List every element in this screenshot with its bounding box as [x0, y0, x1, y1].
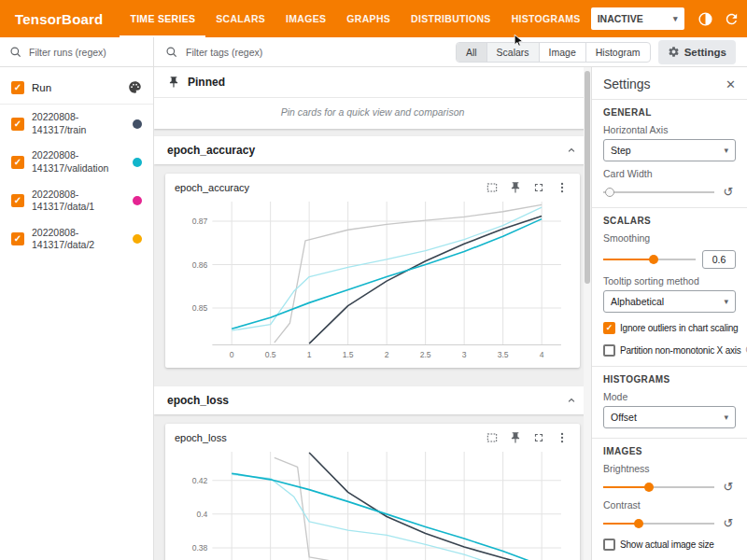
contrast-label: Contrast: [603, 499, 736, 511]
svg-text:0.4: 0.4: [196, 510, 207, 519]
svg-text:3.5: 3.5: [498, 350, 509, 359]
tab-distributions[interactable]: DISTRIBUTIONS: [401, 0, 501, 37]
smoothing-slider[interactable]: [603, 254, 696, 265]
tab-histograms[interactable]: HISTOGRAMS: [501, 0, 591, 37]
section-header[interactable]: epoch_accuracy: [154, 136, 591, 164]
settings-button[interactable]: Settings: [658, 40, 736, 64]
gear-icon: [668, 46, 680, 58]
reload-status-select[interactable]: INACTIVE ▾: [591, 7, 684, 30]
fit-to-data-icon[interactable]: [486, 431, 499, 444]
status-label: INACTIVE: [598, 13, 643, 24]
contrast-slider[interactable]: [603, 518, 714, 529]
horizontal-axis-label: Horizontal Axis: [603, 124, 736, 135]
filter-scalars-button[interactable]: Scalars: [486, 43, 539, 62]
section-header[interactable]: epoch_loss: [154, 386, 591, 414]
filter-histogram-button[interactable]: Histogram: [585, 43, 650, 62]
reset-icon[interactable]: ↺: [721, 186, 736, 198]
card-header: epoch_accuracy: [175, 181, 571, 194]
run-item-data-1[interactable]: 20220808-141317/data/1: [0, 182, 153, 220]
pinned-empty-text: Pin cards for a quick view and compariso…: [154, 98, 591, 129]
partition-x-axis-checkbox[interactable]: [603, 344, 615, 357]
fullscreen-icon[interactable]: [532, 181, 545, 194]
reset-icon[interactable]: ↺: [721, 481, 736, 493]
tag-type-filter-group: All Scalars Image Histogram: [456, 42, 651, 63]
more-options-icon[interactable]: [556, 431, 569, 444]
card-title: epoch_accuracy: [175, 182, 249, 193]
slider-knob[interactable]: [649, 255, 658, 264]
scalar-card-epoch-accuracy: epoch_accuracy: [165, 174, 580, 368]
epoch-loss-chart[interactable]: 00.511.522.533.540.360.380.40.42: [175, 446, 571, 560]
caret-down-icon: ▾: [673, 15, 678, 23]
close-icon[interactable]: ✕: [726, 77, 736, 91]
pin-icon[interactable]: [509, 181, 522, 194]
svg-text:0.87: 0.87: [192, 217, 208, 226]
section-body: epoch_accuracy: [154, 164, 591, 379]
run-item-validation[interactable]: 20220808-141317/validation: [0, 143, 153, 181]
epoch-accuracy-chart[interactable]: 00.511.522.533.540.850.860.87: [175, 196, 571, 364]
histogram-mode-value: Offset: [611, 412, 637, 423]
run-checkbox[interactable]: [11, 194, 24, 207]
more-options-icon[interactable]: [556, 181, 569, 194]
chevron-up-icon[interactable]: [565, 394, 578, 407]
card-actions: [486, 181, 571, 194]
run-checkbox[interactable]: [11, 232, 24, 245]
pin-icon[interactable]: [509, 431, 522, 444]
run-label: 20220808-141317/train: [32, 111, 125, 136]
fullscreen-icon[interactable]: [532, 431, 545, 444]
run-item-data-2[interactable]: 20220808-141317/data/2: [0, 220, 153, 259]
theme-toggle-button[interactable]: [694, 7, 718, 31]
chevron-up-icon[interactable]: [565, 144, 578, 157]
refresh-button[interactable]: [720, 7, 744, 31]
palette-icon[interactable]: [128, 80, 142, 94]
card-width-row: ↺: [603, 186, 736, 198]
fit-to-data-icon[interactable]: [486, 181, 499, 194]
svg-text:1: 1: [307, 350, 312, 359]
runs-sidebar: Run 20220808-141317/train 20220808-14131…: [0, 67, 154, 560]
svg-text:0.38: 0.38: [192, 543, 208, 553]
show-actual-size-row[interactable]: Show actual image size: [603, 539, 736, 551]
content-area: Run 20220808-141317/train 20220808-14131…: [0, 67, 747, 560]
show-actual-size-checkbox[interactable]: [603, 539, 615, 551]
slider-knob[interactable]: [605, 188, 614, 197]
main-nav: TIME SERIES SCALARS IMAGES GRAPHS DISTRI…: [120, 0, 590, 37]
section-title: epoch_accuracy: [167, 144, 255, 157]
select-all-runs-checkbox[interactable]: [11, 81, 24, 94]
horizontal-axis-select[interactable]: Step ▾: [603, 139, 736, 161]
svg-text:0.86: 0.86: [192, 260, 208, 270]
smoothing-value-input[interactable]: 0.6: [702, 250, 736, 269]
svg-text:2.5: 2.5: [420, 350, 431, 359]
pinned-header: Pinned: [154, 67, 591, 98]
partition-x-axis-row[interactable]: Partition non-monotonic X axis ⓘ: [603, 343, 736, 357]
tab-graphs[interactable]: GRAPHS: [336, 0, 401, 37]
filter-all-button[interactable]: All: [457, 43, 486, 62]
card-title: epoch_loss: [175, 432, 227, 443]
tab-time-series[interactable]: TIME SERIES: [120, 0, 205, 37]
ignore-outliers-checkbox[interactable]: [603, 322, 615, 334]
slider-knob[interactable]: [644, 483, 654, 492]
histogram-mode-select[interactable]: Offset ▾: [603, 406, 736, 428]
run-checkbox[interactable]: [11, 156, 24, 169]
section-title: epoch_loss: [167, 394, 229, 407]
run-item-train[interactable]: 20220808-141317/train: [0, 105, 153, 143]
partition-x-axis-label: Partition non-monotonic X axis: [620, 345, 741, 356]
section-epoch-loss: epoch_loss epoch_loss: [154, 386, 591, 560]
card-width-slider[interactable]: [603, 187, 714, 198]
caret-down-icon: ▾: [724, 147, 728, 155]
filter-image-button[interactable]: Image: [539, 43, 585, 62]
run-label: 20220808-141317/validation: [32, 149, 125, 175]
ignore-outliers-row[interactable]: Ignore outliers in chart scaling: [603, 322, 736, 334]
svg-text:0.5: 0.5: [265, 350, 276, 359]
tooltip-sorting-select[interactable]: Alphabetical ▾: [603, 290, 736, 313]
run-color-dot: [133, 119, 142, 129]
main-scrollbar[interactable]: [584, 67, 591, 560]
brightness-slider[interactable]: [603, 482, 714, 493]
filter-runs-input[interactable]: Filter runs (regex): [0, 37, 154, 66]
show-actual-size-label: Show actual image size: [620, 539, 714, 550]
scrollbar-thumb[interactable]: [585, 71, 590, 284]
tab-images[interactable]: IMAGES: [275, 0, 336, 37]
run-checkbox[interactable]: [11, 118, 24, 131]
slider-knob[interactable]: [634, 519, 643, 528]
filter-tags-input[interactable]: Filter tags (regex): [186, 47, 448, 58]
tab-scalars[interactable]: SCALARS: [205, 0, 275, 37]
reset-icon[interactable]: ↺: [721, 517, 736, 529]
